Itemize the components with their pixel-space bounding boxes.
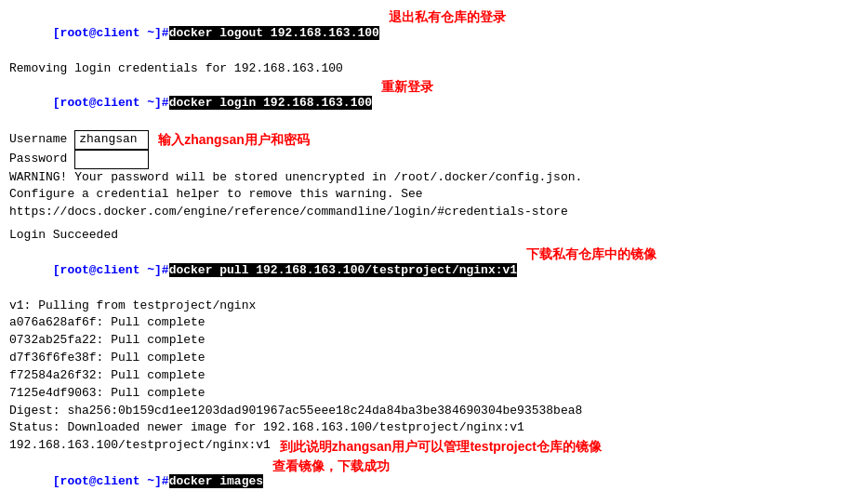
pull-line4: d7f36f6fe38f: Pull complete bbox=[9, 350, 205, 367]
digest-line: Digest: sha256:0b159cd1ee1203dad901967ac… bbox=[9, 403, 582, 420]
terminal-line-6: WARNING! Your password will be stored un… bbox=[9, 169, 839, 187]
terminal-line-21: [root@client ~]#docker images 查看镜像，下载成功 bbox=[9, 457, 839, 504]
terminal-line-16: f72584a26f32: Pull complete bbox=[9, 367, 839, 385]
terminal-line-10: Login Succeeded bbox=[9, 227, 839, 245]
terminal-container: [root@client ~]#docker logout 192.168.16… bbox=[9, 7, 839, 504]
terminal-line-13: a076a628af6f: Pull complete bbox=[9, 314, 839, 332]
terminal-line-8: https://docs.docker.com/engine/reference… bbox=[9, 204, 839, 221]
annotation-credentials: 输入zhangsan用户和密码 bbox=[158, 130, 310, 149]
terminal-line-7: Configure a credential helper to remove … bbox=[9, 186, 839, 204]
warning-line2: Configure a credential helper to remove … bbox=[9, 186, 423, 204]
annotation-pull: 下载私有仓库中的镜像 bbox=[526, 245, 656, 263]
username-value: zhangsan bbox=[74, 130, 149, 150]
prompt: [root@client ~]# bbox=[53, 263, 169, 277]
password-value bbox=[74, 150, 149, 169]
terminal-line-14: 0732ab25fa22: Pull complete bbox=[9, 332, 839, 350]
terminal-line-17: 7125e4df9063: Pull complete bbox=[9, 385, 839, 403]
pull-line3: 0732ab25fa22: Pull complete bbox=[9, 332, 205, 350]
terminal-line-18: Digest: sha256:0b159cd1ee1203dad901967ac… bbox=[9, 403, 839, 420]
command-text: docker pull 192.168.163.100/testproject/… bbox=[169, 263, 517, 277]
prompt: [root@client ~]# bbox=[53, 96, 169, 110]
terminal-line-20: 192.168.163.100/testproject/nginx:v1 到此说… bbox=[9, 437, 839, 456]
pull-line5: f72584a26f32: Pull complete bbox=[9, 367, 205, 385]
annotation-logout: 退出私有仓库的登录 bbox=[389, 7, 506, 26]
terminal-line-3: [root@client ~]#docker login 192.168.163… bbox=[9, 77, 839, 130]
command-text: docker login 192.168.163.100 bbox=[169, 96, 372, 110]
terminal-line-12: v1: Pulling from testproject/nginx bbox=[9, 298, 839, 315]
terminal-line-1: [root@client ~]#docker logout 192.168.16… bbox=[9, 7, 839, 60]
warning-line1: WARNING! Your password will be stored un… bbox=[9, 169, 582, 187]
pull-line6: 7125e4df9063: Pull complete bbox=[9, 385, 205, 403]
prompt: [root@client ~]# bbox=[53, 26, 169, 40]
terminal-line-2: Removing login credentials for 192.168.1… bbox=[9, 60, 839, 78]
removing-text: Removing login credentials for 192.168.1… bbox=[9, 60, 343, 78]
terminal-line-11: [root@client ~]#docker pull 192.168.163.… bbox=[9, 245, 839, 298]
status-line: Status: Downloaded newer image for 192.1… bbox=[9, 419, 524, 437]
image-url: 192.168.163.100/testproject/nginx:v1 bbox=[9, 437, 271, 455]
terminal-line-15: d7f36f6fe38f: Pull complete bbox=[9, 350, 839, 367]
annotation-images: 查看镜像，下载成功 bbox=[272, 457, 390, 475]
username-label: Username bbox=[9, 132, 67, 146]
annotation-zhangsan: 到此说明zhangsan用户可以管理testproject仓库的镜像 bbox=[280, 437, 602, 456]
password-label: Password bbox=[9, 152, 67, 166]
terminal-line-19: Status: Downloaded newer image for 192.1… bbox=[9, 419, 839, 437]
login-succeeded: Login Succeeded bbox=[9, 227, 118, 245]
terminal-line-4: Username zhangsan 输入zhangsan用户和密码 bbox=[9, 130, 839, 150]
prompt: [root@client ~]# bbox=[53, 474, 169, 488]
pull-line1: v1: Pulling from testproject/nginx bbox=[9, 298, 256, 315]
annotation-login: 重新登录 bbox=[381, 77, 433, 96]
command-text: docker logout 192.168.163.100 bbox=[169, 26, 379, 40]
command-text: docker images bbox=[169, 474, 263, 488]
warning-line3: https://docs.docker.com/engine/reference… bbox=[9, 204, 568, 221]
terminal-line-5: Password bbox=[9, 150, 839, 169]
pull-line2: a076a628af6f: Pull complete bbox=[9, 314, 205, 332]
